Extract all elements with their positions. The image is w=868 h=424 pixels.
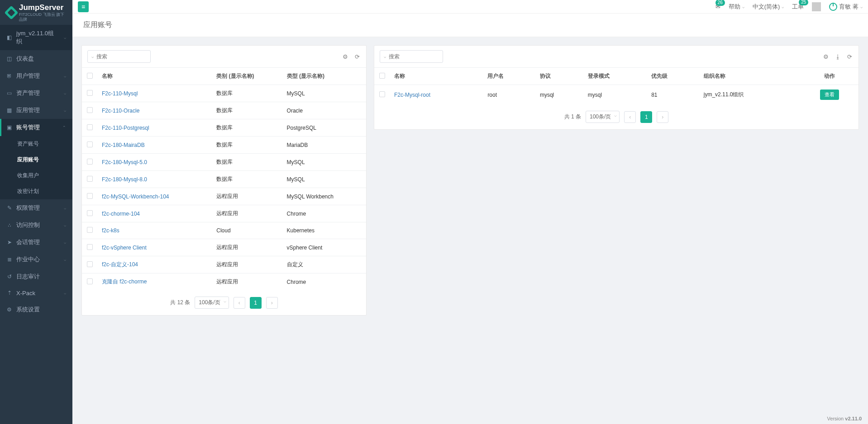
row-checkbox[interactable] bbox=[87, 90, 93, 96]
table-row[interactable]: F2c-110-Mysql 数据库 MySQL bbox=[82, 85, 366, 102]
row-checkbox[interactable] bbox=[87, 176, 93, 182]
logo[interactable]: JumpServer FIT2CLOUD 飞致云 旗下品牌 bbox=[0, 0, 72, 25]
select-all-checkbox[interactable] bbox=[379, 73, 385, 79]
mail-button[interactable]: ✉ 26 bbox=[715, 3, 720, 10]
app-name-link[interactable]: f2c-vSphere Client bbox=[102, 245, 147, 251]
app-name-link[interactable]: f2c-MySQL-Workbench-104 bbox=[102, 193, 169, 200]
app-name-link[interactable]: F2c-180-MairaDB bbox=[102, 142, 145, 148]
table-row[interactable]: f2c-chorme-104 远程应用 Chrome bbox=[82, 205, 366, 222]
next-page-button[interactable]: › bbox=[657, 111, 668, 123]
sidebar-item[interactable]: ⛨用户管理⌵ bbox=[0, 67, 72, 85]
sidebar-label: 系统设置 bbox=[16, 306, 40, 314]
app-type: MySQL bbox=[282, 171, 366, 188]
app-name-link[interactable]: f2c-k8s bbox=[102, 227, 119, 234]
table-row[interactable]: F2c-180-MairaDB 数据库 MariaDB bbox=[82, 137, 366, 154]
row-checkbox[interactable] bbox=[87, 261, 93, 267]
search-input-right[interactable]: ⌵ bbox=[380, 50, 443, 63]
language-menu[interactable]: 中文(简体) ⌵ bbox=[753, 3, 784, 11]
sidebar-item[interactable]: ▭资产管理⌵ bbox=[0, 85, 72, 102]
search-input-left[interactable]: ⌵ bbox=[87, 50, 151, 63]
app-name-link[interactable]: 克隆自 f2c-chorme bbox=[102, 278, 147, 285]
help-menu[interactable]: 帮助 ⌵ bbox=[729, 3, 744, 11]
table-row[interactable]: f2c-k8s Cloud Kubernetes bbox=[82, 222, 366, 239]
sidebar-item[interactable]: ◫仪表盘 bbox=[0, 50, 72, 67]
prev-page-button[interactable]: ‹ bbox=[234, 297, 245, 309]
sidebar-item[interactable]: ▦应用管理⌵ bbox=[0, 102, 72, 119]
row-checkbox[interactable] bbox=[87, 244, 93, 250]
table-row[interactable]: f2c-自定义-104 远程应用 自定义 bbox=[82, 256, 366, 273]
app-name-link[interactable]: F2c-110-Mysql bbox=[102, 90, 138, 97]
footer-version: Version v2.11.0 bbox=[821, 413, 868, 424]
table-row[interactable]: f2c-vSphere Client 远程应用 vSphere Client bbox=[82, 239, 366, 256]
org-selector[interactable]: ◧ jym_v2.11.0组织 ⌵ bbox=[0, 25, 72, 50]
avatar[interactable] bbox=[812, 2, 821, 11]
page-1-button[interactable]: 1 bbox=[250, 297, 262, 309]
search-field[interactable] bbox=[389, 53, 439, 60]
account-name-link[interactable]: F2c-Mysql-root bbox=[394, 92, 430, 98]
refresh-icon[interactable]: ⟳ bbox=[353, 53, 361, 60]
page-1-button[interactable]: 1 bbox=[640, 111, 652, 123]
row-checkbox[interactable] bbox=[87, 210, 93, 216]
sidebar-item[interactable]: ⛬访问控制⌵ bbox=[0, 217, 72, 234]
sidebar-sub-item[interactable]: 应用账号 bbox=[0, 152, 72, 168]
app-category: 数据库 bbox=[212, 119, 282, 137]
chevron-down-icon: ⌵ bbox=[64, 206, 66, 210]
row-checkbox[interactable] bbox=[87, 141, 93, 147]
sidebar-item[interactable]: ➤会话管理⌵ bbox=[0, 234, 72, 251]
row-checkbox[interactable] bbox=[379, 91, 385, 97]
sidebar-item[interactable]: ≣作业中心⌵ bbox=[0, 251, 72, 268]
row-checkbox[interactable] bbox=[87, 193, 93, 199]
table-row[interactable]: f2c-MySQL-Workbench-104 远程应用 MySQL Workb… bbox=[82, 188, 366, 205]
page-size-select[interactable]: 100条/页 bbox=[195, 297, 229, 309]
row-checkbox[interactable] bbox=[87, 278, 93, 284]
prev-page-button[interactable]: ‹ bbox=[624, 111, 636, 123]
row-checkbox[interactable] bbox=[87, 107, 93, 113]
view-button[interactable]: 查看 bbox=[820, 90, 839, 100]
pager-right: 共 1 条 100条/页 ‹ 1 › bbox=[374, 104, 858, 129]
table-row[interactable]: 克隆自 f2c-chorme 远程应用 Chrome bbox=[82, 273, 366, 291]
app-category: 数据库 bbox=[212, 85, 282, 102]
table-row[interactable]: F2c-180-Mysql-8.0 数据库 MySQL bbox=[82, 171, 366, 188]
sidebar-item[interactable]: ⚙系统设置 bbox=[0, 301, 72, 318]
search-field[interactable] bbox=[96, 53, 147, 60]
sidebar-item[interactable]: ✎权限管理⌵ bbox=[0, 199, 72, 217]
pager-left: 共 12 条 100条/页 ‹ 1 › bbox=[82, 290, 366, 315]
page-size-select[interactable]: 100条/页 bbox=[586, 111, 620, 123]
sidebar-sub-item[interactable]: 资产账号 bbox=[0, 136, 72, 152]
menu-icon: ▦ bbox=[6, 107, 12, 113]
download-icon[interactable]: ⭳ bbox=[834, 53, 841, 60]
chevron-down-icon: ⌵ bbox=[742, 5, 744, 9]
refresh-icon[interactable]: ⟳ bbox=[846, 53, 853, 60]
ticket-button[interactable]: 工单 25 bbox=[792, 3, 804, 11]
select-all-checkbox[interactable] bbox=[87, 73, 93, 79]
sidebar-sub-item[interactable]: 收集用户 bbox=[0, 168, 72, 184]
gear-icon[interactable]: ⚙ bbox=[822, 53, 830, 60]
app-name-link[interactable]: f2c-chorme-104 bbox=[102, 211, 140, 217]
sidebar: JumpServer FIT2CLOUD 飞致云 旗下品牌 ◧ jym_v2.1… bbox=[0, 0, 72, 424]
app-name-link[interactable]: F2c-110-Oracle bbox=[102, 108, 139, 114]
toggle-sidebar-button[interactable]: ≡ bbox=[78, 1, 89, 12]
row-checkbox[interactable] bbox=[87, 124, 93, 130]
app-category: 远程应用 bbox=[212, 256, 282, 273]
row-checkbox[interactable] bbox=[87, 159, 93, 165]
table-row[interactable]: F2c-110-Oracle 数据库 Oracle bbox=[82, 102, 366, 119]
app-name-link[interactable]: F2c-180-Mysql-8.0 bbox=[102, 176, 147, 183]
row-checkbox[interactable] bbox=[87, 227, 93, 233]
app-name-link[interactable]: F2c-110-Postgresql bbox=[102, 125, 149, 131]
table-row[interactable]: F2c-Mysql-root root mysql mysql 81 jym_v… bbox=[374, 85, 858, 105]
accounts-panel: ⌵ ⚙ ⭳ ⟳ 名称 用户名 协议 登录模式 优先级 组织名称 动作 bbox=[374, 45, 859, 130]
user-menu[interactable]: 育敏 蒋 ⌵ bbox=[829, 3, 863, 11]
app-name-link[interactable]: f2c-自定义-104 bbox=[102, 261, 138, 268]
gear-icon[interactable]: ⚙ bbox=[342, 53, 349, 60]
brand-name: JumpServer bbox=[19, 4, 66, 11]
app-category: 远程应用 bbox=[212, 205, 282, 222]
account-org: jym_v2.11.0组织 bbox=[699, 85, 801, 105]
sidebar-item-accounts[interactable]: ▣ 账号管理 ⌃ bbox=[0, 119, 72, 136]
app-name-link[interactable]: F2c-180-Mysql-5.0 bbox=[102, 159, 147, 165]
table-row[interactable]: F2c-110-Postgresql 数据库 PostgreSQL bbox=[82, 119, 366, 137]
sidebar-item[interactable]: ⇡X-Pack⌵ bbox=[0, 285, 72, 301]
next-page-button[interactable]: › bbox=[266, 297, 278, 309]
sidebar-item[interactable]: ↺日志审计 bbox=[0, 268, 72, 285]
sidebar-sub-item[interactable]: 改密计划 bbox=[0, 184, 72, 199]
table-row[interactable]: F2c-180-Mysql-5.0 数据库 MySQL bbox=[82, 154, 366, 171]
